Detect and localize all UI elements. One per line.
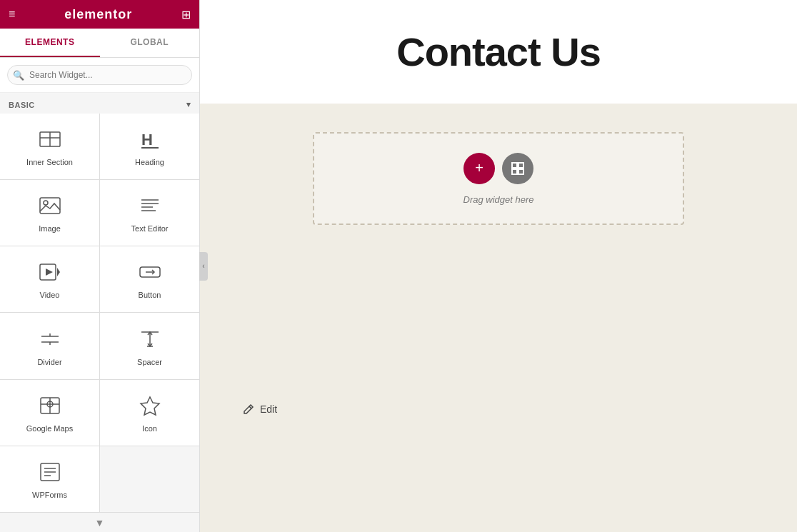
canvas-footer: Edit <box>200 389 797 429</box>
divider-icon <box>37 326 63 352</box>
widget-button-label: Button <box>139 291 161 299</box>
widget-image[interactable]: Image <box>0 180 99 246</box>
drop-zone-text: Drag widget here <box>463 194 534 205</box>
inner-section-icon <box>37 126 63 152</box>
widget-button[interactable]: Button <box>100 246 199 312</box>
edit-button[interactable]: Edit <box>243 403 277 415</box>
sidebar: ≡ elementor ⊞ ELEMENTS GLOBAL 🔍 BASIC ▾ … <box>0 0 200 532</box>
svg-rect-34 <box>512 169 517 174</box>
widget-icon[interactable]: Icon <box>100 380 199 446</box>
spacer-icon <box>137 326 163 352</box>
sidebar-tabs: ELEMENTS GLOBAL <box>0 29 199 58</box>
widget-inner-section[interactable]: Inner Section <box>0 114 99 179</box>
search-bar: 🔍 <box>0 58 199 93</box>
widget-video-label: Video <box>40 291 60 299</box>
svg-rect-5 <box>40 198 60 214</box>
edit-label: Edit <box>260 403 277 415</box>
widget-inner-section-label: Inner Section <box>26 158 73 166</box>
add-widget-button[interactable]: + <box>463 153 495 184</box>
widget-video[interactable]: Video <box>0 246 99 312</box>
button-icon <box>137 259 163 285</box>
widget-text-editor[interactable]: Text Editor <box>100 180 199 246</box>
widget-spacer-label: Spacer <box>137 358 162 366</box>
top-header: ≡ elementor ⊞ <box>0 0 199 29</box>
svg-line-36 <box>249 406 251 408</box>
section-title: BASIC <box>9 101 35 109</box>
svg-rect-35 <box>518 169 523 174</box>
image-icon <box>37 193 63 219</box>
widget-icon-label: Icon <box>142 424 157 433</box>
widget-wpforms-label: WPForms <box>32 491 67 499</box>
widget-divider-label: Divider <box>37 358 61 366</box>
google-maps-icon <box>37 393 63 418</box>
video-icon <box>37 259 63 285</box>
widget-google-maps-label: Google Maps <box>26 424 73 433</box>
widget-divider[interactable]: Divider <box>0 313 99 378</box>
widget-google-maps[interactable]: Google Maps <box>0 380 99 446</box>
drop-zone-buttons: + <box>463 153 533 184</box>
svg-rect-33 <box>518 163 523 168</box>
text-editor-icon <box>137 193 163 219</box>
scroll-down-icon[interactable]: ▼ <box>95 517 105 528</box>
widgets-grid: Inner Section H Heading Image Text Edito… <box>0 114 199 512</box>
widget-spacer[interactable]: Spacer <box>100 313 199 378</box>
svg-marker-27 <box>141 397 159 415</box>
collapse-icon[interactable]: ▾ <box>186 100 191 109</box>
drop-zone[interactable]: + Drag widget here <box>313 132 684 225</box>
menu-icon[interactable]: ≡ <box>9 8 15 21</box>
tab-global[interactable]: GLOBAL <box>100 29 200 57</box>
widget-text-editor-label: Text Editor <box>131 224 169 233</box>
wpforms-icon <box>37 459 63 485</box>
search-icon: 🔍 <box>13 70 24 81</box>
canvas: Contact Us + Drag widget here <box>200 0 797 532</box>
svg-text:H: H <box>141 131 153 149</box>
widget-empty <box>100 446 199 512</box>
svg-marker-12 <box>57 268 60 276</box>
widget-heading[interactable]: H Heading <box>100 114 199 179</box>
icon-widget-icon <box>137 393 163 418</box>
widget-heading-label: Heading <box>135 158 164 166</box>
svg-point-6 <box>44 201 48 205</box>
choose-layout-button[interactable] <box>502 153 533 184</box>
basic-section-label: BASIC ▾ <box>0 93 199 114</box>
page-header-section: Contact Us <box>200 0 797 104</box>
canvas-content: Contact Us + Drag widget here <box>200 0 797 532</box>
widget-wpforms[interactable]: WPForms <box>0 446 99 512</box>
svg-rect-32 <box>512 163 517 168</box>
canvas-body: + Drag widget here <box>200 104 797 389</box>
widget-image-label: Image <box>39 224 61 233</box>
collapse-handle[interactable]: ‹ <box>199 252 208 281</box>
page-title: Contact Us <box>396 29 601 75</box>
heading-icon: H <box>137 126 163 152</box>
tab-elements[interactable]: ELEMENTS <box>0 29 100 57</box>
grid-icon[interactable]: ⊞ <box>181 8 191 21</box>
elementor-logo: elementor <box>64 7 132 22</box>
search-input[interactable] <box>7 65 192 85</box>
svg-marker-13 <box>46 268 53 276</box>
